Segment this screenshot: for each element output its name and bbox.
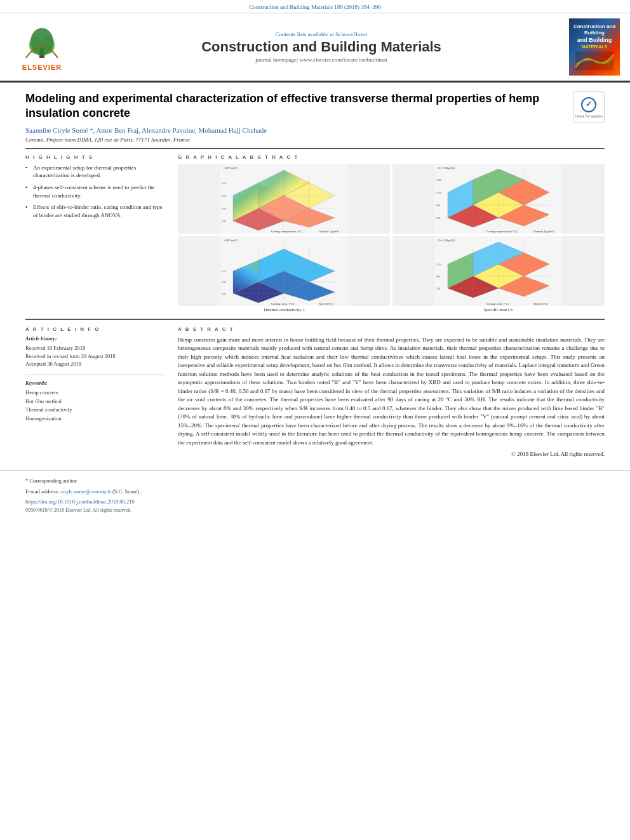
keyword-4: Homogenization: [25, 415, 165, 423]
svg-text:0.09: 0.09: [222, 207, 226, 210]
svg-text:1100: 1100: [436, 263, 441, 266]
svg-text:Cv [J/(kg·K)]: Cv [J/(kg·K)]: [438, 166, 455, 170]
plot-box-br: Cv [J/(kg·K)] Curing temp. [°C] Shiv/B […: [392, 236, 605, 306]
journal-cover-image: Construction and Building and Building M…: [569, 18, 620, 76]
corresponding-label: * Corresponding author.: [25, 477, 77, 484]
highlight-item-2: 4-phases self-consistent scheme is used …: [25, 183, 165, 199]
article-info-col: A R T I C L E I N F O Article history: R…: [25, 326, 165, 458]
svg-text:0.12: 0.12: [222, 270, 226, 273]
article-info-abstract-section: A R T I C L E I N F O Article history: R…: [25, 326, 605, 458]
svg-text:λ [W/m·K]: λ [W/m·K]: [224, 166, 238, 170]
svg-text:1100: 1100: [436, 191, 441, 194]
plot-label-specific-heat: Specific heat Cv: [484, 307, 513, 312]
title-divider: [25, 148, 605, 149]
sciencedirect-text: Contents lists available at ScienceDirec…: [74, 31, 569, 37]
plot-svg-tr: Cv [J/(kg·K)] Curing temperature [°C] De…: [392, 164, 605, 234]
article-info-header: A R T I C L E I N F O: [25, 326, 165, 332]
cover-title: Construction and Building: [572, 23, 617, 36]
svg-text:900: 900: [436, 204, 440, 207]
email-note: E-mail address: ciryle.some@cerema.fr (S…: [25, 488, 605, 496]
plot-bottom-right: Cv [J/(kg·K)] Curing temp. [°C] Shiv/B […: [392, 236, 605, 312]
plot-top-left: λ [W/m·K] Curing temperature [°C] Densit…: [178, 164, 390, 234]
keyword-3: Thermal conductivity: [25, 406, 165, 415]
received-date: Received 10 February 2018: [25, 344, 165, 352]
plot-svg-br: Cv [J/(kg·K)] Curing temp. [°C] Shiv/B […: [392, 236, 605, 306]
plot-box-tl: λ [W/m·K] Curing temperature [°C] Densit…: [178, 164, 390, 234]
keywords-label: Keywords:: [25, 380, 165, 386]
journal-center-info: Contents lists available at ScienceDirec…: [74, 31, 569, 63]
svg-text:Density [kg/m³]: Density [kg/m³]: [533, 230, 554, 233]
corresponding-author-note: * Corresponding author.: [25, 477, 605, 485]
svg-text:0.06: 0.06: [222, 220, 226, 223]
graphical-abstract-col: G R A P H I C A L A B S T R A C T λ [W/m…: [178, 154, 605, 312]
doi-link[interactable]: https://doi.org/10.1016/j.conbuildmat.20…: [25, 498, 605, 505]
article-title-text: Modeling and experimental characterizati…: [25, 91, 563, 143]
svg-text:Curing temperature [°C]: Curing temperature [°C]: [486, 230, 517, 233]
svg-text:700: 700: [436, 287, 440, 290]
revised-date: Received in revised form 29 August 2018: [25, 352, 165, 361]
article-title-section: Modeling and experimental characterizati…: [25, 91, 605, 143]
elsevier-logo-area: ELSEVIER: [10, 23, 74, 71]
keyword-2: Hot film method: [25, 397, 165, 406]
graphical-abstract-grid: λ [W/m·K] Curing temperature [°C] Densit…: [178, 164, 605, 312]
keywords-section: Keywords: Hemp concrete Hot film method …: [25, 380, 165, 423]
svg-text:Shiv/B [%]: Shiv/B [%]: [533, 302, 548, 305]
issn-text: 0950-0618/© 2018 Elsevier Ltd. All right…: [25, 507, 605, 513]
email-address[interactable]: ciryle.some@cerema.fr: [60, 488, 111, 495]
svg-text:Density [kg/m³]: Density [kg/m³]: [319, 230, 339, 233]
cover-art: [575, 51, 613, 70]
svg-text:Curing temp. [°C]: Curing temp. [°C]: [486, 302, 509, 305]
section-divider: [25, 319, 605, 320]
check-updates-badge: Check for updates: [573, 91, 605, 123]
check-updates-label: Check for updates: [575, 114, 603, 118]
abstract-text: Hemp concretes gain more and more intere…: [178, 336, 605, 448]
check-updates-icon: [581, 97, 596, 112]
svg-text:Shiv/B [%]: Shiv/B [%]: [319, 302, 333, 305]
article-title: Modeling and experimental characterizati…: [25, 91, 563, 121]
svg-text:Cv [J/(kg·K)]: Cv [J/(kg·K)]: [438, 239, 455, 242]
journal-title: Construction and Building Materials: [74, 39, 569, 55]
highlights-col: H I G H L I G H T S An experimental setu…: [25, 154, 165, 312]
affiliation: Cerema, Project-team DIMA, 120 rue de Pa…: [25, 137, 563, 143]
article-history-section: Article history: Received 10 February 20…: [25, 336, 165, 368]
info-divider: [25, 375, 165, 375]
citation-text: Construction and Building Materials 189 …: [249, 4, 380, 10]
and-building-text: and Building: [577, 37, 612, 43]
svg-text:900: 900: [436, 275, 440, 278]
email-suffix: (S.C. Somé).: [112, 488, 140, 495]
svg-text:1300: 1300: [436, 178, 441, 182]
email-label: E-mail address:: [25, 488, 59, 495]
top-citation-bar: Construction and Building Materials 189 …: [0, 0, 630, 13]
keyword-1: Hemp concrete: [25, 389, 165, 397]
sciencedirect-link-text[interactable]: ScienceDirect: [335, 31, 367, 37]
highlight-item-3: Effects of shiv-to-binder ratio, curing …: [25, 203, 165, 219]
elsevier-logo-svg: [17, 23, 67, 61]
authors: Saannibe Ciryle Somé *, Amor Ben Fraj, A…: [25, 126, 563, 134]
highlights-header: H I G H L I G H T S: [25, 154, 165, 160]
copyright-line: © 2018 Elsevier Ltd. All rights reserved…: [178, 451, 605, 457]
svg-text:Curing temp. [°C]: Curing temp. [°C]: [271, 302, 295, 305]
footer-section: * Corresponding author. E-mail address: …: [0, 470, 630, 519]
article-history-label: Article history:: [25, 336, 165, 342]
main-content: Modeling and experimental characterizati…: [0, 83, 630, 463]
plot-box-bl: λ [W/m·K] Curing temp. [°C] Shiv/B [%]: [178, 236, 390, 306]
svg-text:0.12: 0.12: [222, 194, 226, 197]
abstract-col: A B S T R A C T Hemp concretes gain more…: [178, 326, 605, 458]
graphical-abstract-header: G R A P H I C A L A B S T R A C T: [178, 154, 605, 160]
plot-bottom-left: λ [W/m·K] Curing temp. [°C] Shiv/B [%]: [178, 236, 390, 312]
svg-text:λ [W/m·K]: λ [W/m·K]: [224, 239, 238, 242]
accepted-date: Accepted 30 August 2018: [25, 360, 165, 368]
svg-text:0.15: 0.15: [222, 182, 226, 185]
svg-text:Curing temperature [°C]: Curing temperature [°C]: [271, 230, 302, 233]
plot-svg-bl: λ [W/m·K] Curing temp. [°C] Shiv/B [%]: [178, 236, 390, 306]
journal-homepage: journal homepage: www.elsevier.com/locat…: [74, 57, 569, 63]
highlight-item-1: An experimental setup for thermal proper…: [25, 164, 165, 180]
highlights-list: An experimental setup for thermal proper…: [25, 164, 165, 220]
plot-svg-tl: λ [W/m·K] Curing temperature [°C] Densit…: [178, 164, 390, 234]
journal-header: ELSEVIER Contents lists available at Sci…: [0, 13, 630, 83]
svg-text:0.06: 0.06: [222, 292, 226, 295]
elsevier-brand-text: ELSEVIER: [22, 63, 62, 71]
svg-text:0.09: 0.09: [222, 281, 226, 284]
plot-top-right: Cv [J/(kg·K)] Curing temperature [°C] De…: [392, 164, 605, 234]
cover-subtitle: MATERIALS: [582, 44, 607, 49]
